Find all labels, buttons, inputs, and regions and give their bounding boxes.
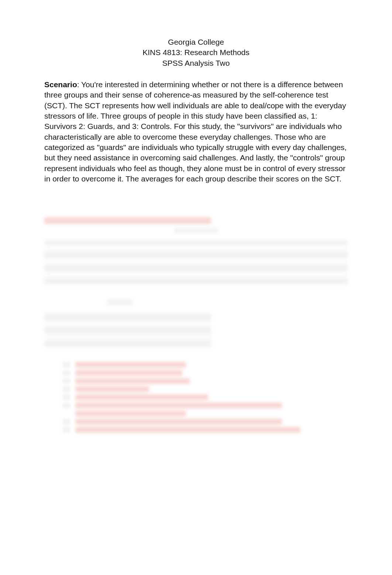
obscured-question-list [44, 362, 348, 433]
obscured-descriptives-table [44, 240, 348, 285]
obscured-q3-text [75, 378, 190, 384]
obscured-question-7 [63, 419, 348, 425]
obscured-q4-text [75, 386, 149, 392]
obscured-q7-text [75, 419, 282, 425]
obscured-question-8 [63, 427, 348, 433]
obscured-region [44, 217, 348, 433]
obscured-question-2 [63, 370, 348, 376]
obscured-q6b-text [75, 411, 186, 416]
obscured-q7-number [63, 419, 70, 425]
document-header: Georgia College KINS 4813: Research Meth… [44, 37, 348, 68]
obscured-table2-caption [107, 299, 133, 305]
obscured-question-6b [75, 411, 348, 416]
obscured-q8-number [63, 427, 70, 433]
scenario-text: : You're interested in determining wheth… [44, 80, 347, 183]
obscured-q6-number [63, 402, 70, 408]
obscured-q1-number [63, 362, 70, 368]
obscured-q4-number [63, 386, 70, 392]
obscured-intro-line [44, 217, 211, 224]
obscured-q8-text [75, 427, 300, 433]
scenario-label: Scenario [44, 80, 77, 89]
header-course: KINS 4813: Research Methods [44, 47, 348, 58]
scenario-paragraph: Scenario: You're interested in determini… [44, 79, 348, 184]
obscured-question-3 [63, 378, 348, 384]
obscured-q5-text [75, 394, 208, 400]
obscured-q5-number [63, 394, 70, 400]
obscured-q1-text [75, 362, 186, 368]
header-assignment: SPSS Analysis Two [44, 58, 348, 68]
obscured-q2-number [63, 370, 70, 376]
obscured-q2-text [75, 370, 182, 376]
obscured-question-4 [63, 386, 348, 392]
obscured-q6-text [75, 402, 282, 408]
obscured-question-6 [63, 402, 348, 408]
obscured-question-5 [63, 394, 348, 400]
obscured-table1-caption [174, 228, 218, 234]
obscured-question-1 [63, 362, 348, 368]
document-page: Georgia College KINS 4813: Research Meth… [0, 0, 392, 575]
obscured-anova-table [44, 312, 211, 347]
obscured-q3-number [63, 378, 70, 384]
header-institution: Georgia College [44, 37, 348, 47]
